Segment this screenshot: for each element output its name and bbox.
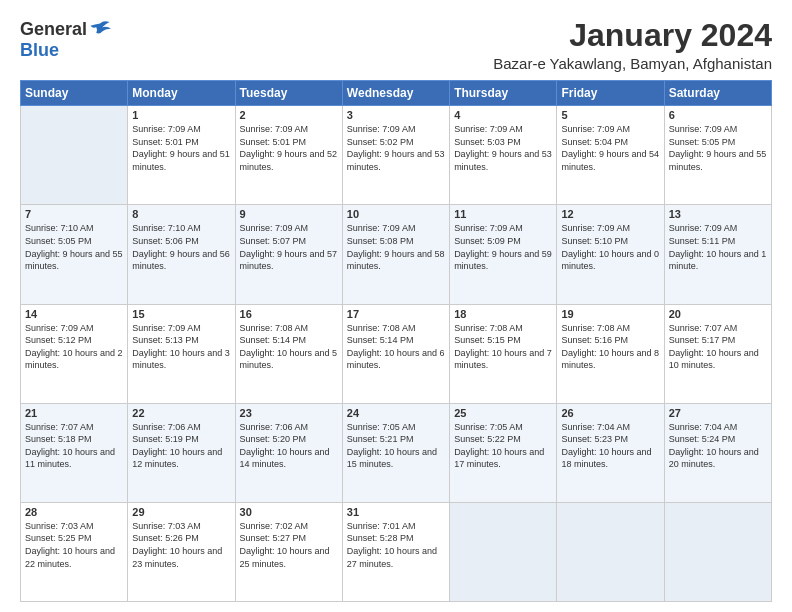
main-title: January 2024 <box>493 18 772 53</box>
day-info: Sunrise: 7:09 AM Sunset: 5:13 PM Dayligh… <box>132 322 230 372</box>
day-number: 15 <box>132 308 230 320</box>
day-number: 10 <box>347 208 445 220</box>
day-info: Sunrise: 7:05 AM Sunset: 5:22 PM Dayligh… <box>454 421 552 471</box>
calendar-cell: 21Sunrise: 7:07 AM Sunset: 5:18 PM Dayli… <box>21 403 128 502</box>
weekday-header: Tuesday <box>235 81 342 106</box>
calendar-cell: 6Sunrise: 7:09 AM Sunset: 5:05 PM Daylig… <box>664 106 771 205</box>
calendar-cell: 15Sunrise: 7:09 AM Sunset: 5:13 PM Dayli… <box>128 304 235 403</box>
day-info: Sunrise: 7:06 AM Sunset: 5:20 PM Dayligh… <box>240 421 338 471</box>
day-number: 28 <box>25 506 123 518</box>
weekday-header: Friday <box>557 81 664 106</box>
header: General Blue January 2024 Bazar-e Yakawl… <box>20 18 772 72</box>
day-info: Sunrise: 7:08 AM Sunset: 5:14 PM Dayligh… <box>347 322 445 372</box>
calendar-cell: 17Sunrise: 7:08 AM Sunset: 5:14 PM Dayli… <box>342 304 449 403</box>
calendar-week-row: 1Sunrise: 7:09 AM Sunset: 5:01 PM Daylig… <box>21 106 772 205</box>
weekday-header: Sunday <box>21 81 128 106</box>
day-info: Sunrise: 7:09 AM Sunset: 5:01 PM Dayligh… <box>132 123 230 173</box>
calendar-cell: 18Sunrise: 7:08 AM Sunset: 5:15 PM Dayli… <box>450 304 557 403</box>
day-number: 14 <box>25 308 123 320</box>
calendar-cell: 13Sunrise: 7:09 AM Sunset: 5:11 PM Dayli… <box>664 205 771 304</box>
day-info: Sunrise: 7:09 AM Sunset: 5:02 PM Dayligh… <box>347 123 445 173</box>
day-info: Sunrise: 7:09 AM Sunset: 5:07 PM Dayligh… <box>240 222 338 272</box>
day-number: 31 <box>347 506 445 518</box>
day-info: Sunrise: 7:03 AM Sunset: 5:25 PM Dayligh… <box>25 520 123 570</box>
calendar-cell: 25Sunrise: 7:05 AM Sunset: 5:22 PM Dayli… <box>450 403 557 502</box>
day-info: Sunrise: 7:08 AM Sunset: 5:15 PM Dayligh… <box>454 322 552 372</box>
calendar-week-row: 21Sunrise: 7:07 AM Sunset: 5:18 PM Dayli… <box>21 403 772 502</box>
calendar-cell: 22Sunrise: 7:06 AM Sunset: 5:19 PM Dayli… <box>128 403 235 502</box>
day-number: 6 <box>669 109 767 121</box>
calendar-cell <box>664 502 771 601</box>
day-number: 2 <box>240 109 338 121</box>
day-info: Sunrise: 7:06 AM Sunset: 5:19 PM Dayligh… <box>132 421 230 471</box>
calendar-cell: 20Sunrise: 7:07 AM Sunset: 5:17 PM Dayli… <box>664 304 771 403</box>
day-number: 30 <box>240 506 338 518</box>
calendar-cell: 24Sunrise: 7:05 AM Sunset: 5:21 PM Dayli… <box>342 403 449 502</box>
calendar-header-row: SundayMondayTuesdayWednesdayThursdayFrid… <box>21 81 772 106</box>
day-number: 19 <box>561 308 659 320</box>
calendar-cell: 1Sunrise: 7:09 AM Sunset: 5:01 PM Daylig… <box>128 106 235 205</box>
day-number: 25 <box>454 407 552 419</box>
calendar-cell: 12Sunrise: 7:09 AM Sunset: 5:10 PM Dayli… <box>557 205 664 304</box>
calendar-cell: 19Sunrise: 7:08 AM Sunset: 5:16 PM Dayli… <box>557 304 664 403</box>
day-info: Sunrise: 7:09 AM Sunset: 5:11 PM Dayligh… <box>669 222 767 272</box>
day-number: 20 <box>669 308 767 320</box>
day-info: Sunrise: 7:10 AM Sunset: 5:06 PM Dayligh… <box>132 222 230 272</box>
calendar-cell: 5Sunrise: 7:09 AM Sunset: 5:04 PM Daylig… <box>557 106 664 205</box>
day-info: Sunrise: 7:07 AM Sunset: 5:17 PM Dayligh… <box>669 322 767 372</box>
calendar-cell: 10Sunrise: 7:09 AM Sunset: 5:08 PM Dayli… <box>342 205 449 304</box>
title-area: January 2024 Bazar-e Yakawlang, Bamyan, … <box>493 18 772 72</box>
weekday-header: Saturday <box>664 81 771 106</box>
day-number: 22 <box>132 407 230 419</box>
day-number: 4 <box>454 109 552 121</box>
calendar-cell: 2Sunrise: 7:09 AM Sunset: 5:01 PM Daylig… <box>235 106 342 205</box>
day-info: Sunrise: 7:09 AM Sunset: 5:12 PM Dayligh… <box>25 322 123 372</box>
calendar-cell: 7Sunrise: 7:10 AM Sunset: 5:05 PM Daylig… <box>21 205 128 304</box>
calendar-week-row: 28Sunrise: 7:03 AM Sunset: 5:25 PM Dayli… <box>21 502 772 601</box>
calendar-cell: 30Sunrise: 7:02 AM Sunset: 5:27 PM Dayli… <box>235 502 342 601</box>
day-number: 16 <box>240 308 338 320</box>
day-info: Sunrise: 7:09 AM Sunset: 5:09 PM Dayligh… <box>454 222 552 272</box>
day-info: Sunrise: 7:09 AM Sunset: 5:04 PM Dayligh… <box>561 123 659 173</box>
day-info: Sunrise: 7:09 AM Sunset: 5:05 PM Dayligh… <box>669 123 767 173</box>
day-number: 17 <box>347 308 445 320</box>
day-number: 12 <box>561 208 659 220</box>
day-info: Sunrise: 7:09 AM Sunset: 5:01 PM Dayligh… <box>240 123 338 173</box>
calendar-cell: 3Sunrise: 7:09 AM Sunset: 5:02 PM Daylig… <box>342 106 449 205</box>
calendar-cell: 27Sunrise: 7:04 AM Sunset: 5:24 PM Dayli… <box>664 403 771 502</box>
day-info: Sunrise: 7:04 AM Sunset: 5:23 PM Dayligh… <box>561 421 659 471</box>
day-number: 3 <box>347 109 445 121</box>
calendar-cell: 26Sunrise: 7:04 AM Sunset: 5:23 PM Dayli… <box>557 403 664 502</box>
day-number: 7 <box>25 208 123 220</box>
day-number: 8 <box>132 208 230 220</box>
day-info: Sunrise: 7:08 AM Sunset: 5:14 PM Dayligh… <box>240 322 338 372</box>
day-number: 23 <box>240 407 338 419</box>
logo-bird-icon <box>89 18 111 40</box>
calendar-cell <box>450 502 557 601</box>
day-number: 18 <box>454 308 552 320</box>
day-info: Sunrise: 7:08 AM Sunset: 5:16 PM Dayligh… <box>561 322 659 372</box>
weekday-header: Thursday <box>450 81 557 106</box>
calendar-cell: 16Sunrise: 7:08 AM Sunset: 5:14 PM Dayli… <box>235 304 342 403</box>
weekday-header: Monday <box>128 81 235 106</box>
day-info: Sunrise: 7:04 AM Sunset: 5:24 PM Dayligh… <box>669 421 767 471</box>
subtitle: Bazar-e Yakawlang, Bamyan, Afghanistan <box>493 55 772 72</box>
day-info: Sunrise: 7:03 AM Sunset: 5:26 PM Dayligh… <box>132 520 230 570</box>
calendar-cell: 29Sunrise: 7:03 AM Sunset: 5:26 PM Dayli… <box>128 502 235 601</box>
day-number: 13 <box>669 208 767 220</box>
calendar-cell: 8Sunrise: 7:10 AM Sunset: 5:06 PM Daylig… <box>128 205 235 304</box>
day-number: 27 <box>669 407 767 419</box>
logo-general-text: General <box>20 19 87 40</box>
day-number: 5 <box>561 109 659 121</box>
logo: General Blue <box>20 18 111 61</box>
day-info: Sunrise: 7:05 AM Sunset: 5:21 PM Dayligh… <box>347 421 445 471</box>
calendar-cell <box>21 106 128 205</box>
day-info: Sunrise: 7:02 AM Sunset: 5:27 PM Dayligh… <box>240 520 338 570</box>
page: General Blue January 2024 Bazar-e Yakawl… <box>0 0 792 612</box>
calendar-cell: 4Sunrise: 7:09 AM Sunset: 5:03 PM Daylig… <box>450 106 557 205</box>
calendar-cell: 31Sunrise: 7:01 AM Sunset: 5:28 PM Dayli… <box>342 502 449 601</box>
weekday-header: Wednesday <box>342 81 449 106</box>
calendar-cell: 11Sunrise: 7:09 AM Sunset: 5:09 PM Dayli… <box>450 205 557 304</box>
logo-blue-text: Blue <box>20 40 59 61</box>
day-number: 11 <box>454 208 552 220</box>
